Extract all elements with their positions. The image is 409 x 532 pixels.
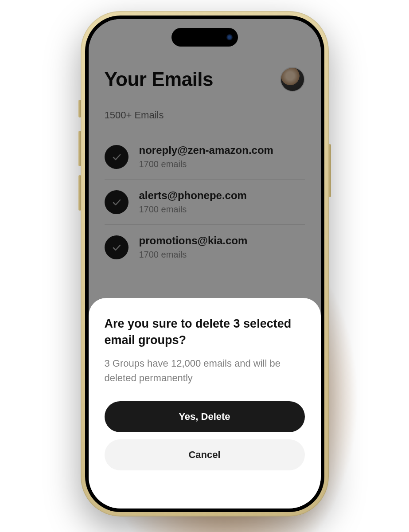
phone-volume-down-button: [78, 175, 81, 211]
phone-side-button: [78, 100, 81, 117]
phone-bezel: Your Emails 1500+ Emails noreply@zen-ama…: [85, 16, 324, 512]
front-camera-icon: [226, 34, 233, 40]
phone-volume-up-button: [78, 131, 81, 166]
dialog-description: 3 Groups have 12,000 emails and will be …: [105, 356, 305, 385]
phone-frame: Your Emails 1500+ Emails noreply@zen-ama…: [81, 11, 329, 516]
confirm-delete-button[interactable]: Yes, Delete: [105, 401, 305, 432]
dialog-title: Are you sure to delete 3 selected email …: [105, 316, 305, 348]
confirm-delete-dialog: Are you sure to delete 3 selected email …: [89, 298, 321, 509]
phone-power-button: [328, 144, 331, 197]
cancel-button[interactable]: Cancel: [105, 439, 305, 470]
dynamic-island: [171, 28, 238, 47]
phone-screen: Your Emails 1500+ Emails noreply@zen-ama…: [89, 19, 321, 509]
